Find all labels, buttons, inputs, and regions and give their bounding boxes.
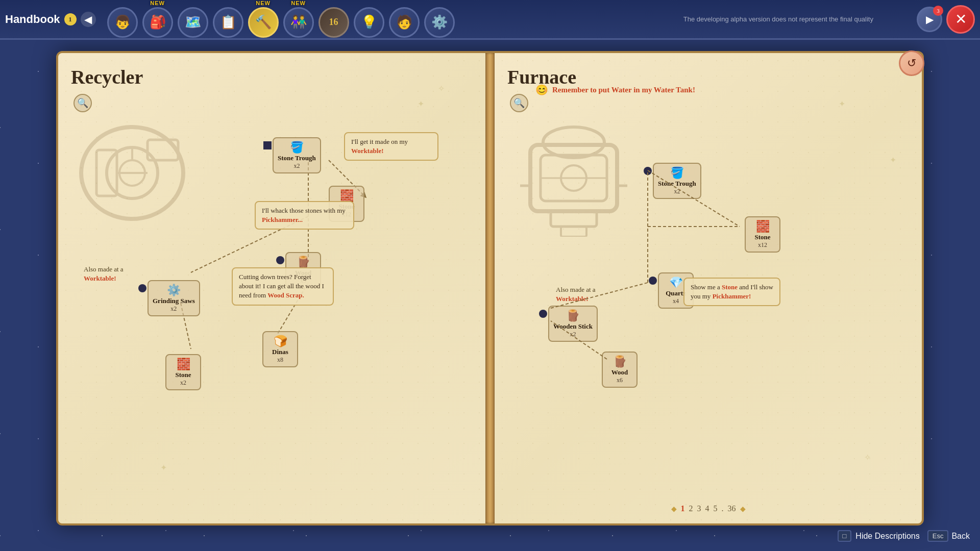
- back-label: Back: [951, 532, 970, 541]
- nav-item-notes[interactable]: 📋: [213, 1, 243, 38]
- wooden-stick-icon: 🪵: [566, 309, 580, 322]
- notification-count: 3: [933, 6, 943, 16]
- stone-trough-name: Stone Trough: [278, 154, 316, 162]
- page-num-3[interactable]: 3: [697, 504, 701, 513]
- left-page-title: Recycler: [71, 66, 473, 88]
- grinding-box: ⚙️ Grinding Saws x2: [148, 280, 200, 316]
- svg-point-26: [539, 310, 547, 318]
- star-deco-1: ✦: [418, 99, 424, 109]
- page-num-4[interactable]: 4: [705, 504, 709, 513]
- page-next-arrow[interactable]: ◆: [740, 505, 746, 513]
- stone2-icon: 🧱: [177, 358, 190, 371]
- settings-icon: ⚙️: [424, 7, 455, 38]
- top-navigation-bar: Handbook 1 ◀ 👦 NEW 🎒 🗺️ 📋 NEW 🔨 NEW 👫 16…: [0, 0, 980, 40]
- page-num-1[interactable]: 1: [681, 504, 685, 513]
- svg-rect-18: [551, 211, 597, 227]
- grinding-name: Grinding Saws: [153, 297, 195, 305]
- nav-item-backpack[interactable]: NEW 🎒: [142, 1, 173, 38]
- svg-point-25: [649, 277, 657, 285]
- close-button[interactable]: ✕: [946, 5, 975, 34]
- bubble-pickhammer-right-text: Show me a Stone and I'll show you my Pic…: [691, 283, 773, 300]
- star-deco-3: ✦: [160, 463, 167, 472]
- page-numbers: ◆ 1 2 3 4 5 . 36 ◆: [671, 504, 746, 513]
- stone2-qty: x2: [180, 379, 186, 387]
- furnace-stone-node: 🧱 Stone x12: [745, 216, 780, 253]
- nav-item-lightbulb[interactable]: 💡: [354, 1, 384, 38]
- furnace-st-box: 🪣 Stone Trough x2: [653, 163, 701, 199]
- recycler-stone-trough-node: 🪣 Stone Trough x2: [273, 137, 321, 173]
- furnace-machine-drawing: [505, 104, 643, 237]
- stone-trough-qty: x2: [293, 162, 300, 170]
- svg-rect-19: [561, 227, 586, 237]
- nav-item-hammer[interactable]: NEW 🔨: [248, 1, 279, 38]
- backpack-icon: 🎒: [142, 7, 173, 38]
- bubble-worktable-left: Also made at a Worktable!: [84, 265, 124, 283]
- dinas-name: Dinas: [272, 348, 288, 356]
- dinas-icon: 🍞: [274, 335, 287, 348]
- handbook-badge: 1: [64, 13, 77, 26]
- quartz-icon: 💎: [669, 276, 683, 289]
- furnace-st-name: Stone Trough: [658, 180, 696, 188]
- reset-button[interactable]: ↺: [899, 51, 924, 76]
- hide-desc-label: Hide Descriptions: [855, 532, 919, 541]
- furnace-st-qty: x2: [674, 188, 680, 195]
- nav-item-npc[interactable]: 🧑: [389, 1, 420, 38]
- wooden-stick-dot: [539, 310, 547, 320]
- furnace-wood-qty: x6: [617, 377, 623, 384]
- page-ellipsis: .: [722, 504, 724, 513]
- wood-dot: [276, 256, 284, 266]
- nav-right-group: ▶ 3 ✕: [917, 5, 975, 34]
- nav-item-calendar[interactable]: 16: [318, 1, 349, 38]
- hide-descriptions-button[interactable]: □ Hide Descriptions: [838, 530, 920, 542]
- handbook-title-group: Handbook 1 ◀: [5, 12, 96, 27]
- bubble-wood: Cutting down trees? Forget about it! I c…: [232, 267, 334, 306]
- worktable-link-right: Worktable!: [556, 295, 589, 303]
- notes-icon: 📋: [213, 7, 243, 38]
- nav-item-map[interactable]: 🗺️: [178, 1, 208, 38]
- worktable-link-left: Worktable!: [84, 274, 116, 282]
- npc-icon: 🧑: [389, 7, 420, 38]
- page-num-5[interactable]: 5: [714, 504, 718, 513]
- furnace-stone-qty: x12: [758, 241, 767, 249]
- handbook-title-text: Handbook: [5, 13, 60, 26]
- quartz-qty: x4: [673, 297, 679, 305]
- furnace-stone-icon: 🧱: [756, 220, 770, 233]
- furnace-wood-name: Wood: [611, 368, 628, 377]
- bubble-pickhammer-text: I'll whack those stones with my Pickhamm…: [262, 207, 346, 223]
- star-deco-r2: ✧: [864, 453, 871, 462]
- bubble-worktable-right: Also made at a Worktable!: [556, 285, 596, 304]
- wooden-stick-qty: x2: [570, 331, 576, 338]
- furnace-st-dot: [644, 167, 652, 177]
- left-page-recycler: Recycler 🔍 ✦ ✧ ✦: [58, 53, 485, 523]
- grinding-qty: x2: [170, 305, 177, 313]
- page-num-36[interactable]: 36: [728, 504, 736, 513]
- warning-icon: 😊: [535, 84, 548, 96]
- svg-point-24: [644, 167, 652, 175]
- grinding-dot: [138, 284, 146, 294]
- nav-item-settings[interactable]: ⚙️: [424, 1, 455, 38]
- page-num-2[interactable]: 2: [689, 504, 693, 513]
- back-button-bottom[interactable]: Esc Back: [927, 530, 970, 542]
- stone-trough-dot: [263, 141, 272, 149]
- nav-item-characters[interactable]: NEW 👫: [283, 1, 314, 38]
- hide-desc-key: □: [838, 530, 852, 542]
- recycler-stone2-node: 🧱 Stone x2: [165, 354, 201, 390]
- stone-trough-box: 🪣 Stone Trough x2: [273, 137, 321, 173]
- character-icon: 👦: [107, 7, 138, 38]
- nav-item-character[interactable]: 👦: [107, 1, 138, 38]
- wooden-stick-box: 🪵 Wooden Stick x2: [548, 306, 598, 342]
- arrow-right-button[interactable]: ▶ 3: [917, 7, 942, 32]
- hammer-icon: 🔨: [248, 7, 279, 38]
- characters-new-badge: NEW: [291, 0, 306, 6]
- page-prev-arrow[interactable]: ◆: [671, 505, 677, 513]
- svg-point-17: [543, 127, 604, 158]
- furnace-wooden-stick-node: 🪵 Wooden Stick x2: [548, 306, 598, 342]
- svg-point-14: [138, 284, 146, 292]
- grinding-icon: ⚙️: [167, 284, 181, 297]
- svg-point-13: [276, 256, 284, 264]
- characters-icon: 👫: [283, 7, 314, 38]
- dinas-box: 🍞 Dinas x8: [262, 331, 298, 367]
- quartz-name: Quartz: [666, 289, 686, 297]
- back-arrow-button[interactable]: ◀: [81, 12, 96, 27]
- stone2-box: 🧱 Stone x2: [165, 354, 201, 390]
